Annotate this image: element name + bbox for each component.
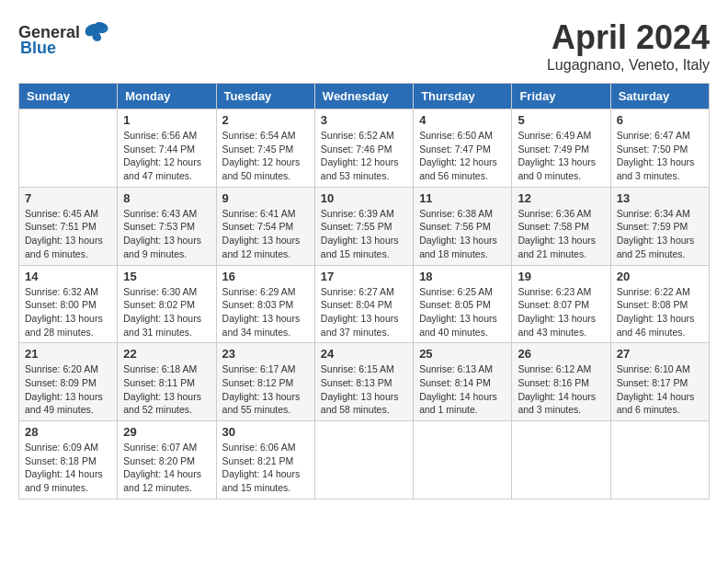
calendar-day-cell: 24Sunrise: 6:15 AM Sunset: 8:13 PM Dayli… <box>314 343 413 421</box>
calendar-day-cell: 23Sunrise: 6:17 AM Sunset: 8:12 PM Dayli… <box>216 343 314 421</box>
calendar-header-thursday: Thursday <box>414 84 512 109</box>
day-number: 18 <box>419 270 506 283</box>
day-info: Sunrise: 6:25 AM Sunset: 8:05 PM Dayligh… <box>419 285 506 339</box>
calendar-day-cell: 12Sunrise: 6:36 AM Sunset: 7:58 PM Dayli… <box>512 187 610 265</box>
day-info: Sunrise: 6:29 AM Sunset: 8:03 PM Dayligh… <box>222 285 309 339</box>
calendar-day-cell: 10Sunrise: 6:39 AM Sunset: 7:55 PM Dayli… <box>314 187 413 265</box>
calendar-week-row: 14Sunrise: 6:32 AM Sunset: 8:00 PM Dayli… <box>19 265 710 343</box>
day-info: Sunrise: 6:06 AM Sunset: 8:21 PM Dayligh… <box>222 441 309 495</box>
day-number: 12 <box>518 191 604 205</box>
calendar-header-tuesday: Tuesday <box>216 84 314 109</box>
day-number: 6 <box>617 113 703 127</box>
day-number: 2 <box>222 113 309 127</box>
logo-bird-icon <box>82 18 109 46</box>
day-info: Sunrise: 6:50 AM Sunset: 7:47 PM Dayligh… <box>419 129 506 183</box>
day-info: Sunrise: 6:38 AM Sunset: 7:56 PM Dayligh… <box>419 207 506 261</box>
calendar-day-cell: 27Sunrise: 6:10 AM Sunset: 8:17 PM Dayli… <box>610 343 709 421</box>
calendar-week-row: 28Sunrise: 6:09 AM Sunset: 8:18 PM Dayli… <box>19 421 710 500</box>
day-info: Sunrise: 6:45 AM Sunset: 7:51 PM Dayligh… <box>25 207 111 261</box>
day-number: 21 <box>25 347 111 361</box>
day-number: 9 <box>222 191 309 205</box>
day-info: Sunrise: 6:27 AM Sunset: 8:04 PM Dayligh… <box>321 285 407 339</box>
day-number: 10 <box>321 191 407 205</box>
day-number: 27 <box>617 347 703 361</box>
day-number: 19 <box>518 270 604 283</box>
day-number: 14 <box>25 270 111 283</box>
day-info: Sunrise: 6:54 AM Sunset: 7:45 PM Dayligh… <box>222 129 309 183</box>
day-info: Sunrise: 6:23 AM Sunset: 8:07 PM Dayligh… <box>518 285 604 339</box>
calendar-week-row: 21Sunrise: 6:20 AM Sunset: 8:09 PM Dayli… <box>19 343 710 421</box>
calendar-week-row: 7Sunrise: 6:45 AM Sunset: 7:51 PM Daylig… <box>19 187 710 265</box>
day-info: Sunrise: 6:10 AM Sunset: 8:17 PM Dayligh… <box>617 362 703 417</box>
day-info: Sunrise: 6:47 AM Sunset: 7:50 PM Dayligh… <box>617 129 703 183</box>
calendar-day-cell: 14Sunrise: 6:32 AM Sunset: 8:00 PM Dayli… <box>19 265 118 343</box>
calendar-day-cell: 11Sunrise: 6:38 AM Sunset: 7:56 PM Dayli… <box>414 187 512 265</box>
day-info: Sunrise: 6:34 AM Sunset: 7:59 PM Dayligh… <box>617 207 703 261</box>
day-number: 16 <box>222 270 309 283</box>
calendar-day-cell: 26Sunrise: 6:12 AM Sunset: 8:16 PM Dayli… <box>512 343 610 421</box>
day-info: Sunrise: 6:49 AM Sunset: 7:49 PM Dayligh… <box>518 129 604 183</box>
calendar-day-cell: 1Sunrise: 6:56 AM Sunset: 7:44 PM Daylig… <box>118 109 216 188</box>
calendar-day-cell <box>19 109 118 188</box>
day-number: 7 <box>25 191 111 205</box>
logo: General Blue <box>18 18 109 58</box>
calendar-day-cell: 6Sunrise: 6:47 AM Sunset: 7:50 PM Daylig… <box>610 109 709 188</box>
calendar-header-saturday: Saturday <box>610 84 709 109</box>
day-info: Sunrise: 6:36 AM Sunset: 7:58 PM Dayligh… <box>518 207 604 261</box>
day-info: Sunrise: 6:56 AM Sunset: 7:44 PM Dayligh… <box>123 129 210 183</box>
day-info: Sunrise: 6:30 AM Sunset: 8:02 PM Dayligh… <box>123 285 210 339</box>
day-info: Sunrise: 6:22 AM Sunset: 8:08 PM Dayligh… <box>617 285 703 339</box>
calendar-day-cell: 15Sunrise: 6:30 AM Sunset: 8:02 PM Dayli… <box>118 265 216 343</box>
day-info: Sunrise: 6:20 AM Sunset: 8:09 PM Dayligh… <box>25 362 111 417</box>
location-subtitle: Lugagnano, Veneto, Italy <box>547 57 710 74</box>
day-number: 17 <box>321 270 407 283</box>
day-info: Sunrise: 6:52 AM Sunset: 7:46 PM Dayligh… <box>321 129 407 183</box>
calendar-day-cell: 20Sunrise: 6:22 AM Sunset: 8:08 PM Dayli… <box>610 265 709 343</box>
calendar-day-cell: 21Sunrise: 6:20 AM Sunset: 8:09 PM Dayli… <box>19 343 118 421</box>
day-number: 26 <box>518 347 604 361</box>
title-area: April 2024 Lugagnano, Veneto, Italy <box>547 18 710 74</box>
calendar-day-cell: 19Sunrise: 6:23 AM Sunset: 8:07 PM Dayli… <box>512 265 610 343</box>
day-number: 29 <box>123 425 210 439</box>
day-number: 15 <box>123 270 210 283</box>
calendar-day-cell: 8Sunrise: 6:43 AM Sunset: 7:53 PM Daylig… <box>118 187 216 265</box>
calendar-day-cell: 9Sunrise: 6:41 AM Sunset: 7:54 PM Daylig… <box>216 187 314 265</box>
day-number: 11 <box>419 191 506 205</box>
calendar-day-cell: 16Sunrise: 6:29 AM Sunset: 8:03 PM Dayli… <box>216 265 314 343</box>
day-info: Sunrise: 6:15 AM Sunset: 8:13 PM Dayligh… <box>321 362 407 417</box>
day-number: 28 <box>25 425 111 439</box>
calendar-day-cell: 7Sunrise: 6:45 AM Sunset: 7:51 PM Daylig… <box>19 187 118 265</box>
calendar-day-cell: 28Sunrise: 6:09 AM Sunset: 8:18 PM Dayli… <box>19 421 118 500</box>
calendar-day-cell: 4Sunrise: 6:50 AM Sunset: 7:47 PM Daylig… <box>414 109 512 188</box>
day-info: Sunrise: 6:32 AM Sunset: 8:00 PM Dayligh… <box>25 285 111 339</box>
day-number: 20 <box>617 270 703 283</box>
calendar-day-cell <box>314 421 413 500</box>
day-info: Sunrise: 6:39 AM Sunset: 7:55 PM Dayligh… <box>321 207 407 261</box>
calendar-day-cell: 17Sunrise: 6:27 AM Sunset: 8:04 PM Dayli… <box>314 265 413 343</box>
day-number: 1 <box>123 113 210 127</box>
day-info: Sunrise: 6:09 AM Sunset: 8:18 PM Dayligh… <box>25 441 111 495</box>
day-info: Sunrise: 6:18 AM Sunset: 8:11 PM Dayligh… <box>123 362 210 417</box>
calendar-day-cell <box>414 421 512 500</box>
day-number: 5 <box>518 113 604 127</box>
day-info: Sunrise: 6:07 AM Sunset: 8:20 PM Dayligh… <box>123 441 210 495</box>
calendar-week-row: 1Sunrise: 6:56 AM Sunset: 7:44 PM Daylig… <box>19 109 710 188</box>
calendar-day-cell <box>610 421 709 500</box>
calendar-day-cell: 3Sunrise: 6:52 AM Sunset: 7:46 PM Daylig… <box>314 109 413 188</box>
calendar-header-monday: Monday <box>118 84 216 109</box>
day-number: 25 <box>419 347 506 361</box>
page-header: General Blue April 2024 Lugagnano, Venet… <box>18 18 710 74</box>
day-info: Sunrise: 6:41 AM Sunset: 7:54 PM Dayligh… <box>222 207 309 261</box>
month-title: April 2024 <box>547 18 710 57</box>
day-number: 8 <box>123 191 210 205</box>
calendar-day-cell: 18Sunrise: 6:25 AM Sunset: 8:05 PM Dayli… <box>414 265 512 343</box>
day-number: 4 <box>419 113 506 127</box>
calendar-day-cell: 5Sunrise: 6:49 AM Sunset: 7:49 PM Daylig… <box>512 109 610 188</box>
calendar-header-wednesday: Wednesday <box>314 84 413 109</box>
day-number: 13 <box>617 191 703 205</box>
calendar-header-row: SundayMondayTuesdayWednesdayThursdayFrid… <box>19 84 710 109</box>
day-number: 23 <box>222 347 309 361</box>
calendar-header-friday: Friday <box>512 84 610 109</box>
calendar-day-cell: 30Sunrise: 6:06 AM Sunset: 8:21 PM Dayli… <box>216 421 314 500</box>
day-info: Sunrise: 6:13 AM Sunset: 8:14 PM Dayligh… <box>419 362 506 417</box>
